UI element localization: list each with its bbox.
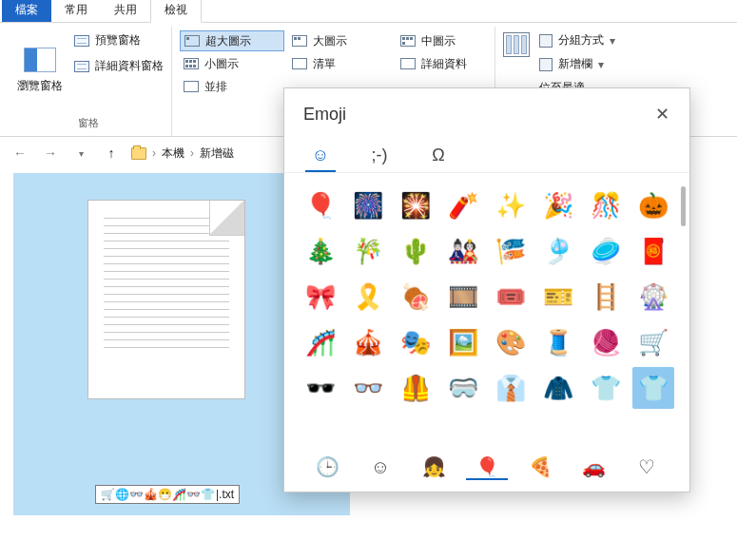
layout-small-icons[interactable]: 小圖示: [180, 53, 284, 74]
details-pane-button[interactable]: 詳細資料窗格: [74, 58, 164, 74]
emoji-cell[interactable]: 🧵: [537, 321, 579, 363]
emoji-category[interactable]: 🎈: [466, 455, 508, 480]
emoji-cell[interactable]: ✨: [490, 184, 532, 226]
emoji-cell[interactable]: 🎡: [632, 276, 674, 318]
chevron-right-icon: ›: [190, 146, 194, 160]
layout-tiles[interactable]: 並排: [180, 76, 284, 97]
tab-file[interactable]: 檔案: [2, 0, 51, 22]
emoji-cell[interactable]: 👔: [490, 367, 532, 409]
emoji-cell[interactable]: 🎈: [300, 184, 341, 226]
emoji-picker-panel: Emoji ✕ ☺ ;-) Ω 🎈🎆🎇🧨✨🎉🎊🎃🎄🎋🌵🎎🎏🎐🥏🧧🎀🎗️🍖🎞️🎟️…: [283, 87, 690, 492]
emoji-cell[interactable]: 🎋: [347, 230, 389, 272]
emoji-cell[interactable]: 🕶️: [300, 367, 341, 409]
emoji-cell[interactable]: 🎪: [347, 321, 389, 363]
emoji-cell[interactable]: 🎎: [442, 230, 484, 272]
layout-details[interactable]: 詳細資料: [397, 53, 501, 74]
layout-list[interactable]: 清單: [288, 53, 393, 74]
emoji-category[interactable]: 🍕: [519, 455, 561, 480]
emoji-category[interactable]: ♡: [626, 455, 668, 480]
emoji-cell[interactable]: 🥽: [442, 367, 484, 409]
file-name-ext: |.txt: [216, 488, 234, 501]
emoji-cell[interactable]: 🧨: [442, 184, 484, 226]
file-rename-input[interactable]: 🛒🌐👓🎪😷🎢👓👕 |.txt: [95, 485, 240, 504]
emoji-cell[interactable]: 🎏: [490, 230, 532, 272]
chevron-down-icon: ▾: [598, 58, 604, 71]
folder-icon: [131, 147, 146, 160]
emoji-cell[interactable]: 🎫: [537, 276, 579, 318]
emoji-cell[interactable]: 👓: [347, 367, 389, 409]
emoji-cell[interactable]: 🎃: [632, 184, 674, 226]
breadcrumb-folder[interactable]: 新增磁: [200, 145, 234, 162]
emoji-cell[interactable]: 🦺: [395, 367, 436, 409]
preview-pane-icon: [74, 35, 89, 47]
emoji-category[interactable]: 🕒: [306, 455, 348, 480]
emoji-cell[interactable]: 🌵: [395, 230, 436, 272]
emoji-cell[interactable]: 🎭: [395, 321, 436, 363]
add-column-icon: [539, 58, 553, 71]
details-pane-label: 詳細資料窗格: [95, 58, 164, 74]
emoji-cell[interactable]: 🎇: [395, 184, 436, 226]
tab-symbols[interactable]: Ω: [423, 140, 454, 172]
emoji-cell[interactable]: 🎗️: [347, 276, 389, 318]
emoji-cell[interactable]: 👕: [585, 367, 627, 409]
emoji-category[interactable]: 🚗: [572, 455, 614, 480]
emoji-category-row: 🕒☺👧🎈🍕🚗♡: [284, 448, 689, 492]
emoji-cell[interactable]: 🛒: [632, 321, 674, 363]
nav-back-button[interactable]: ←: [10, 143, 30, 164]
emoji-cell[interactable]: 🧧: [632, 230, 674, 272]
emoji-grid: 🎈🎆🎇🧨✨🎉🎊🎃🎄🎋🌵🎎🎏🎐🥏🧧🎀🎗️🍖🎞️🎟️🎫🪜🎡🎢🎪🎭🖼️🎨🧵🧶🛒🕶️👓🦺…: [296, 184, 678, 409]
add-column-button[interactable]: 新增欄 ▾: [539, 56, 615, 72]
emoji-cell[interactable]: 🎨: [490, 321, 532, 363]
emoji-cell[interactable]: 🧶: [585, 321, 627, 363]
emoji-cell[interactable]: 🎞️: [442, 276, 484, 318]
emoji-cell[interactable]: 🎀: [300, 276, 341, 318]
nav-up-button[interactable]: ↑: [101, 143, 122, 164]
emoji-cell[interactable]: 🎐: [537, 230, 579, 272]
grid-icon: [292, 35, 307, 47]
emoji-cell[interactable]: 🥏: [585, 230, 627, 272]
details-icon: [400, 58, 416, 69]
emoji-cell[interactable]: 🪜: [585, 276, 627, 318]
file-thumbnail[interactable]: [87, 200, 245, 399]
breadcrumb[interactable]: › 本機 › 新增磁: [131, 145, 234, 162]
navigation-pane-button[interactable]: 瀏覽窗格: [13, 29, 67, 113]
tab-view[interactable]: 檢視: [150, 0, 202, 23]
emoji-cell[interactable]: 🎆: [347, 184, 389, 226]
emoji-cell[interactable]: 🎢: [300, 321, 341, 363]
chevron-right-icon: ›: [152, 146, 156, 160]
tab-share[interactable]: 共用: [101, 0, 150, 22]
emoji-cell[interactable]: 🎟️: [490, 276, 532, 318]
tab-emoji[interactable]: ☺: [305, 140, 336, 172]
grid-icon: [184, 35, 200, 47]
nav-recent-dropdown[interactable]: ▾: [70, 143, 91, 164]
ribbon-group-panes: 瀏覽窗格 預覽窗格 詳細資料窗格 窗格: [6, 27, 172, 136]
layout-large-icons[interactable]: 大圖示: [288, 30, 393, 51]
preview-pane-button[interactable]: 預覽窗格: [74, 32, 164, 48]
emoji-category[interactable]: ☺: [359, 455, 401, 480]
emoji-cell[interactable]: 🎉: [537, 184, 579, 226]
breadcrumb-root[interactable]: 本機: [162, 145, 184, 162]
nav-forward-button[interactable]: →: [40, 143, 61, 164]
emoji-category[interactable]: 👧: [413, 455, 455, 480]
emoji-cell[interactable]: 👕: [632, 367, 674, 409]
list-icon: [292, 58, 307, 69]
ribbon-tabs: 檔案 常用 共用 檢視: [0, 0, 737, 23]
group-by-icon: [539, 34, 553, 48]
tab-kaomoji[interactable]: ;-): [364, 140, 395, 172]
emoji-cell[interactable]: 🎄: [300, 230, 341, 272]
grid-icon: [184, 58, 199, 69]
close-button[interactable]: ✕: [650, 102, 674, 126]
emoji-panel-title: Emoji: [303, 105, 346, 125]
emoji-cell[interactable]: 🖼️: [442, 321, 484, 363]
tab-home[interactable]: 常用: [51, 0, 101, 22]
navigation-pane-icon: [24, 48, 56, 72]
scrollbar-thumb[interactable]: [681, 186, 686, 226]
layout-medium-icons[interactable]: 中圖示: [397, 30, 501, 51]
group-by-button[interactable]: 分組方式 ▾: [539, 32, 615, 48]
layout-extra-large-icons[interactable]: 超大圖示: [180, 30, 284, 51]
emoji-cell[interactable]: 🍖: [395, 276, 436, 318]
emoji-cell[interactable]: 🧥: [537, 367, 579, 409]
preview-pane-label: 預覽窗格: [95, 32, 141, 48]
emoji-cell[interactable]: 🎊: [585, 184, 627, 226]
column-headers-icon: [503, 32, 530, 57]
